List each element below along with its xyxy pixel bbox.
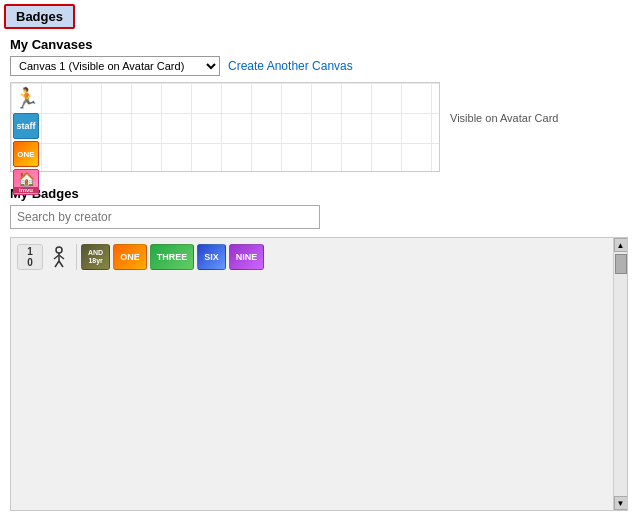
canvases-section: My Canvases Canvas 1 (Visible on Avatar … xyxy=(10,37,628,178)
canvas-badge-staff[interactable]: staff xyxy=(13,113,39,139)
canvas-select[interactable]: Canvas 1 (Visible on Avatar Card) xyxy=(10,56,220,76)
scrollbar-track: ▲ ▼ xyxy=(613,238,627,510)
main-content: My Canvases Canvas 1 (Visible on Avatar … xyxy=(0,29,638,519)
badge-item-three[interactable]: THREE xyxy=(150,244,195,270)
svg-line-4 xyxy=(55,261,59,267)
badges-list-container: 10 AND18yr xyxy=(10,237,628,511)
scroll-down-button[interactable]: ▼ xyxy=(614,496,628,510)
page-container: Badges My Canvases Canvas 1 (Visible on … xyxy=(0,0,638,519)
canvas-area: 🏃 staff ONE 🏠 imvu xyxy=(10,82,628,172)
badge-separator xyxy=(76,244,77,270)
badge-item-one[interactable]: ONE xyxy=(113,244,147,270)
canvas-grid: 🏃 staff ONE 🏠 imvu xyxy=(10,82,440,172)
canvas-badge-one[interactable]: ONE xyxy=(13,141,39,167)
badges-section: My Badges xyxy=(10,186,628,229)
tab-header[interactable]: Badges xyxy=(4,4,75,29)
badge-item-and[interactable]: AND18yr xyxy=(81,244,110,270)
badges-list: 10 AND18yr xyxy=(11,238,627,276)
scroll-up-button[interactable]: ▲ xyxy=(614,238,628,252)
canvases-title: My Canvases xyxy=(10,37,628,52)
create-another-canvas-link[interactable]: Create Another Canvas xyxy=(228,59,353,73)
badge-item-six[interactable]: SIX xyxy=(197,244,226,270)
scroll-thumb[interactable] xyxy=(615,254,627,274)
canvas-visible-label: Visible on Avatar Card xyxy=(450,112,558,124)
badge-item-stick[interactable] xyxy=(46,244,72,270)
badge-item-nine[interactable]: NINE xyxy=(229,244,265,270)
badges-title: My Badges xyxy=(10,186,628,201)
badge-item-num[interactable]: 10 xyxy=(17,244,43,270)
canvas-badge-stick[interactable]: 🏃 xyxy=(13,85,39,111)
svg-point-0 xyxy=(56,247,62,253)
canvas-badge-imvu[interactable]: 🏠 imvu xyxy=(13,169,39,195)
canvas-row: Canvas 1 (Visible on Avatar Card) Create… xyxy=(10,56,628,76)
search-creator-input[interactable] xyxy=(10,205,320,229)
svg-line-5 xyxy=(59,261,63,267)
canvas-badges: 🏃 staff ONE 🏠 imvu xyxy=(13,85,39,195)
